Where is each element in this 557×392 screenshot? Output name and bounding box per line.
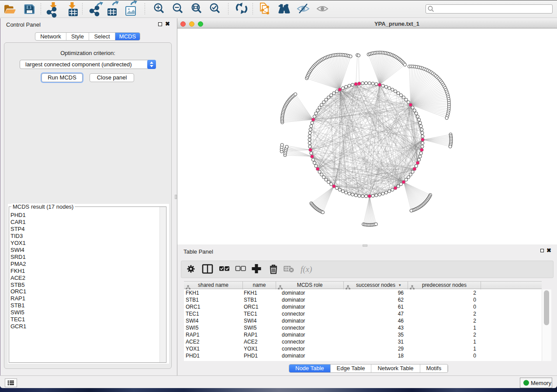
svg-text:f(x): f(x) [301, 265, 312, 274]
svg-text:Memory: Memory [531, 380, 551, 386]
